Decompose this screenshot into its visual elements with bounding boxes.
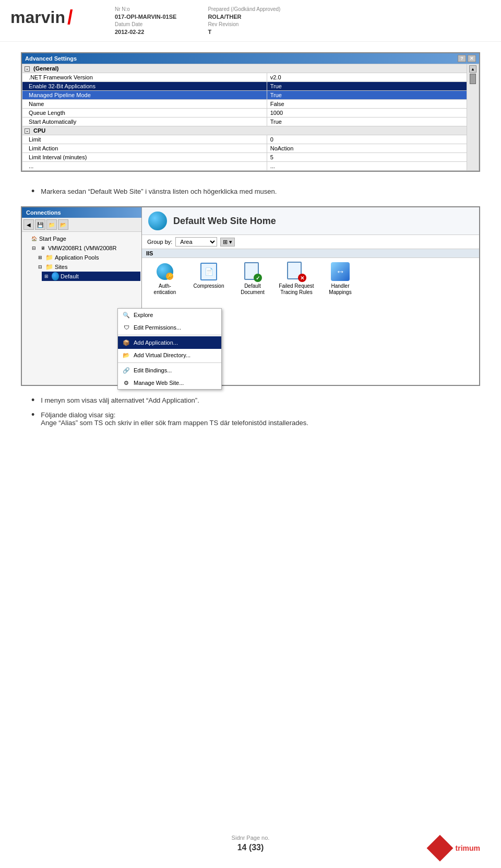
close-button[interactable]: ✕: [468, 55, 476, 62]
iis-icons-grid: 🔑 Auth-entication 📄: [142, 258, 479, 300]
tree-sites[interactable]: ⊟ 📁 Sites: [35, 262, 140, 272]
site-globe-icon: [52, 273, 59, 280]
help-button[interactable]: ?: [458, 55, 466, 62]
tree-apppools[interactable]: ⊞ 📁 Application Pools: [35, 253, 140, 262]
compression-icon-img: 📄: [199, 262, 218, 281]
limitinterval-value: 5: [267, 153, 467, 162]
ctx-editperms-label: Edit Permissions...: [134, 324, 181, 331]
managesite-icon: ⚙: [122, 379, 130, 387]
toolbar-save[interactable]: 💾: [35, 219, 45, 230]
limitaction-name: Limit Action: [22, 144, 267, 153]
rev-label: Rev Revision: [208, 21, 280, 27]
handler-label: HandlerMappings: [329, 283, 351, 296]
limitaction-value: NoAction: [267, 144, 467, 153]
name-field-value: False: [267, 100, 467, 109]
apppools-folder-icon: 📁: [45, 254, 53, 261]
enable32-value: True: [267, 82, 467, 91]
icon-failed-request[interactable]: ✕ Failed Request Tracing Rules: [278, 262, 315, 296]
icon-compression[interactable]: 📄 Compression: [190, 262, 228, 296]
ctx-editpermissions[interactable]: 🛡 Edit Permissions...: [118, 321, 221, 334]
footer-logo: trimum: [431, 839, 480, 858]
section-general-label: - (General): [22, 64, 467, 73]
window-buttons: ? ✕: [458, 55, 476, 62]
iis-section-iis: IIS: [142, 249, 479, 258]
expand-icon-cpu[interactable]: -: [25, 128, 30, 134]
scroll-thumb[interactable]: [470, 74, 476, 84]
nr-label: Nr N:o: [115, 6, 176, 12]
general-label: (General): [33, 65, 58, 72]
limit-value: 0: [267, 135, 467, 144]
ctx-managesite[interactable]: ⚙ Manage Web Site...: [118, 377, 221, 389]
bullet-text-1: Markera sedan “Default Web Site” i vänst…: [41, 187, 277, 195]
row-enable32bit[interactable]: Enable 32-Bit Applications True: [22, 82, 479, 91]
iis-tree: 🏠 Start Page ⊟ 🖥 VMW2008R1 (VMW2008R ⊞ 📁…: [22, 232, 141, 283]
advanced-settings-window: Advanced Settings ? ✕ - (General): [21, 52, 480, 172]
tree-server[interactable]: ⊟ 🖥 VMW2008R1 (VMW2008R: [29, 243, 140, 253]
server-icon: 🖥: [39, 244, 46, 252]
groupby-label: Group by:: [147, 239, 172, 245]
ctx-separator-1: [118, 335, 221, 335]
net-framework-value: v2.0: [267, 73, 467, 82]
iis-layout: Connections ◀ 💾 📁 📂 🏠 Start Page: [22, 207, 479, 385]
bullet-item-2: • I menyn som visas välj alternativet “A…: [31, 396, 470, 406]
site-title: Default Web Site Home: [173, 216, 276, 227]
bullet-dot-2: •: [31, 395, 34, 406]
row-start: Start Automatically True: [22, 118, 479, 126]
name-field-name: Name: [22, 100, 267, 109]
pipeline-value: True: [267, 91, 467, 100]
addapp-icon: 📦: [122, 338, 130, 347]
editperms-icon: 🛡: [122, 323, 130, 332]
ctx-explore[interactable]: 🔍 Explore: [118, 309, 221, 321]
toolbar-folder2[interactable]: 📂: [58, 219, 68, 230]
scrollbar[interactable]: ▲: [467, 64, 479, 171]
datum-label: Datum Date: [115, 21, 176, 27]
row-limitinterval: Limit Interval (minutes) 5: [22, 153, 479, 162]
ctx-editbindings[interactable]: 🔗 Edit Bindings...: [118, 364, 221, 377]
server-label: VMW2008R1 (VMW2008R: [48, 245, 116, 251]
nr-value: 017-OPI-MARVIN-01SE: [115, 14, 176, 20]
start-name: Start Automatically: [22, 118, 267, 126]
expand-icon[interactable]: -: [25, 66, 30, 72]
icon-default-document[interactable]: ✓ DefaultDocument: [234, 262, 271, 296]
more-name: ...: [22, 162, 267, 171]
queue-value: 1000: [267, 109, 467, 118]
pipeline-name: Managed Pipeline Mode: [22, 91, 267, 100]
icon-authentication[interactable]: 🔑 Auth-entication: [146, 262, 184, 296]
tree-defaultsite[interactable]: ⊞ Default: [42, 272, 140, 281]
ctx-editbindings-label: Edit Bindings...: [134, 367, 172, 373]
row-pipeline[interactable]: Managed Pipeline Mode True: [22, 91, 479, 100]
bullet-dot-1: •: [31, 186, 34, 197]
start-page-label: Start Page: [39, 236, 66, 242]
prepared-label: Prepared (/Godkänd Approved): [208, 6, 280, 12]
ctx-addapp[interactable]: 📦 Add Application...: [118, 336, 221, 349]
connections-header: Connections: [22, 207, 141, 218]
ctx-addvdir[interactable]: 📂 Add Virtual Directory...: [118, 349, 221, 361]
bottom-bullets: • I menyn som visas välj alternativet “A…: [21, 396, 480, 427]
advanced-settings-titlebar: Advanced Settings ? ✕: [22, 53, 479, 64]
row-limit: Limit 0: [22, 135, 479, 144]
tree-start-page[interactable]: 🏠 Start Page: [29, 234, 140, 243]
context-menu: 🔍 Explore 🛡 Edit Permissions... 📦 Add Ap…: [117, 308, 222, 390]
scroll-up[interactable]: ▲: [469, 65, 476, 73]
icon-handler-mappings[interactable]: ↔ HandlerMappings: [321, 262, 359, 296]
bullet-item-3: • Följande dialog visar sig: Ange “Alias…: [31, 411, 470, 427]
main-content: Advanced Settings ? ✕ - (General): [0, 42, 501, 442]
apppools-label: Application Pools: [55, 254, 99, 261]
row-limitaction: Limit Action NoAction: [22, 144, 479, 153]
defaultsite-label: Default: [61, 273, 79, 279]
bullet-dot-3: •: [31, 409, 34, 420]
start-value: True: [267, 118, 467, 126]
brand-name: trimum: [456, 844, 480, 852]
toolbar-folder1[interactable]: 📁: [46, 219, 57, 230]
logo-area: marvin /: [10, 6, 115, 29]
footer-page-num: 14 (33): [237, 843, 264, 852]
bullet-section-1: • Markera sedan “Default Web Site” i vän…: [21, 187, 480, 197]
logo-name: marvin: [10, 8, 65, 27]
doc-col-nr: Nr N:o 017-OPI-MARVIN-01SE Datum Date 20…: [115, 6, 176, 35]
groupby-dropdown[interactable]: Area: [175, 237, 217, 247]
iis-section-label: IIS: [146, 250, 153, 256]
ctx-addapp-label: Add Application...: [134, 339, 178, 346]
view-button[interactable]: ⊞ ▾: [220, 238, 235, 247]
iis-main-header: Default Web Site Home: [142, 207, 479, 235]
toolbar-back[interactable]: ◀: [23, 219, 34, 230]
